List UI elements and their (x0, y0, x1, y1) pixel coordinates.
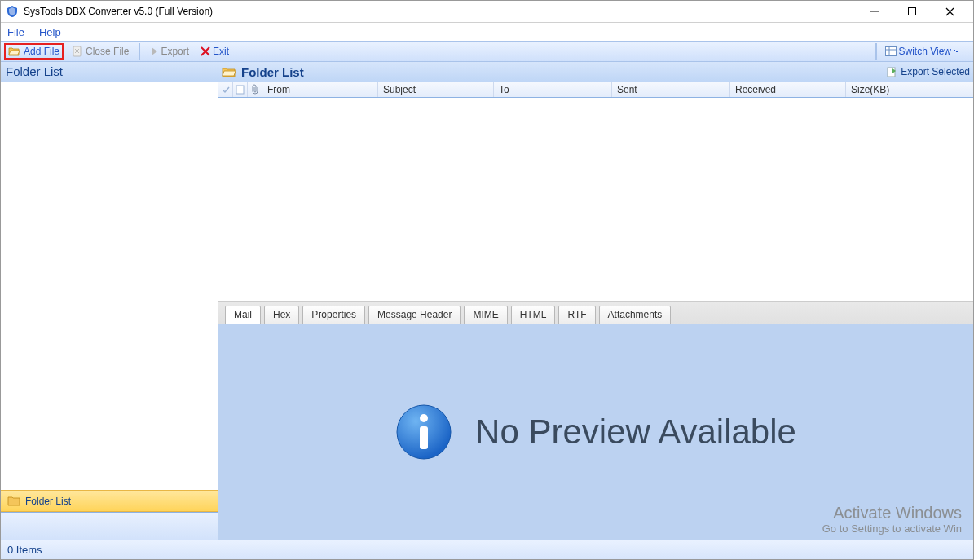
chevron-down-icon (954, 49, 960, 54)
export-selected-label: Export Selected (901, 66, 970, 77)
svg-point-15 (420, 414, 428, 422)
folder-list-header: Folder List Export Selected (218, 62, 973, 82)
svg-rect-1 (909, 8, 916, 15)
window-controls (856, 1, 968, 23)
svg-rect-13 (236, 86, 244, 94)
close-file-button[interactable]: Close File (68, 44, 132, 59)
tab-message-header[interactable]: Message Header (368, 306, 461, 324)
column-checkbox[interactable] (218, 82, 233, 97)
folder-open-icon (222, 66, 236, 78)
folder-icon (7, 496, 20, 506)
tab-attachments[interactable]: Attachments (599, 306, 672, 324)
add-file-label: Add File (24, 46, 59, 57)
preview-tabs: Mail Hex Properties Message Header MIME … (218, 302, 973, 324)
sidebar-folder-list-label: Folder List (25, 496, 71, 507)
toolbar-separator (875, 43, 877, 60)
column-headers: From Subject To Sent Received Size(KB) (218, 82, 973, 98)
tab-rtf[interactable]: RTF (558, 306, 595, 324)
menu-help[interactable]: Help (39, 26, 61, 38)
windows-watermark: Activate Windows Go to Settings to activ… (822, 504, 962, 535)
close-window-button[interactable] (931, 1, 968, 23)
add-file-button[interactable]: Add File (4, 43, 64, 60)
close-file-label: Close File (86, 46, 129, 57)
tab-hex[interactable]: Hex (264, 306, 299, 324)
sidebar-header: Folder List (1, 62, 218, 82)
column-subject[interactable]: Subject (378, 82, 494, 97)
play-icon (150, 46, 158, 56)
column-from[interactable]: From (262, 82, 378, 97)
close-file-icon (72, 46, 83, 57)
watermark-line2: Go to Settings to activate Win (822, 523, 962, 535)
tab-mime[interactable]: MIME (464, 306, 507, 324)
folder-tree[interactable] (1, 82, 218, 490)
sidebar-footer (1, 512, 218, 540)
info-icon (395, 403, 452, 461)
switch-view-label: Switch View (899, 46, 951, 57)
tab-html[interactable]: HTML (511, 306, 556, 324)
column-read[interactable] (233, 82, 248, 97)
column-sent[interactable]: Sent (612, 82, 730, 97)
column-received[interactable]: Received (730, 82, 846, 97)
mail-grid[interactable] (218, 98, 973, 302)
exit-label: Exit (213, 46, 229, 57)
switch-view-icon (885, 46, 897, 56)
export-label: Export (161, 46, 189, 57)
maximize-button[interactable] (893, 1, 931, 23)
menu-bar: File Help (1, 23, 973, 41)
folder-list-title: Folder List (241, 65, 304, 79)
paperclip-icon (250, 84, 260, 95)
menu-file[interactable]: File (7, 26, 24, 38)
watermark-line1: Activate Windows (822, 504, 962, 523)
main-panel: Folder List Export Selected From Subject… (218, 62, 973, 540)
exit-icon (201, 46, 210, 56)
tab-properties[interactable]: Properties (302, 306, 365, 324)
workspace: Folder List Folder List Folder List Expo… (1, 62, 973, 540)
svg-rect-16 (420, 426, 428, 449)
title-bar: SysTools DBX Converter v5.0 (Full Versio… (1, 1, 973, 23)
folder-open-icon (8, 46, 21, 57)
column-size[interactable]: Size(KB) (846, 82, 973, 97)
export-selected-button[interactable]: Export Selected (886, 66, 970, 77)
tab-mail[interactable]: Mail (225, 306, 261, 324)
toolbar: Add File Close File Export Exit Switch V… (1, 41, 973, 62)
app-icon (6, 5, 19, 18)
sidebar-folder-list-button[interactable]: Folder List (1, 490, 218, 512)
no-preview-text: No Preview Available (475, 412, 796, 452)
column-attachment[interactable] (248, 82, 262, 97)
export-button[interactable]: Export (147, 44, 192, 59)
svg-rect-9 (885, 47, 896, 56)
preview-pane: No Preview Available Activate Windows Go… (218, 324, 973, 540)
status-bar: 0 Items (1, 540, 973, 559)
window-title: SysTools DBX Converter v5.0 (Full Versio… (24, 6, 856, 17)
toolbar-separator (139, 43, 140, 60)
exit-button[interactable]: Exit (197, 44, 232, 59)
export-selected-icon (886, 66, 897, 77)
switch-view-button[interactable]: Switch View (882, 44, 963, 59)
column-to[interactable]: To (494, 82, 612, 97)
status-item-count: 0 Items (7, 544, 42, 556)
sidebar: Folder List Folder List (1, 62, 218, 540)
minimize-button[interactable] (856, 1, 893, 23)
